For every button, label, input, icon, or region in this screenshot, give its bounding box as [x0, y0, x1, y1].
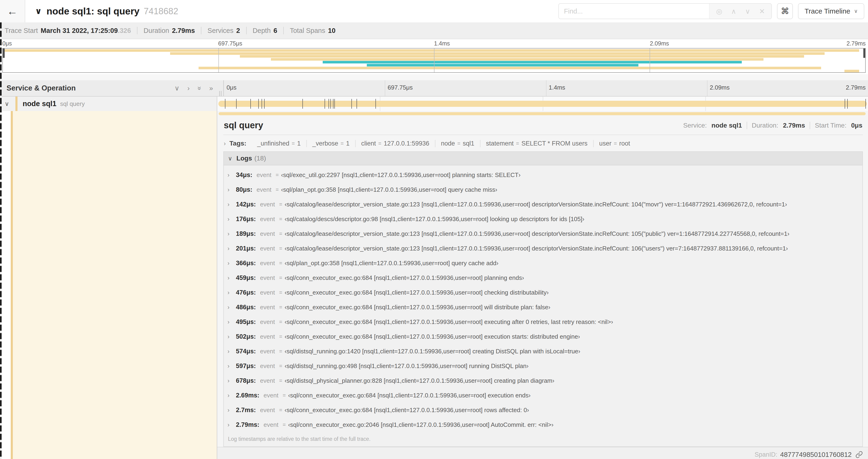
span-id-value: 4877749850101760812	[780, 451, 852, 459]
equals-sign: =	[279, 319, 282, 325]
log-field-value: ‹sql/exec_util.go:2297 [nsql1,client=127…	[281, 171, 521, 179]
detail-span-accent-bar	[219, 112, 866, 115]
log-entry-row[interactable]: › 574μs: event = ‹sql/distsql_running.go…	[224, 344, 862, 359]
clear-search-icon[interactable]: ✕	[759, 7, 765, 15]
log-entry-row[interactable]: › 597μs: event = ‹sql/distsql_running.go…	[224, 359, 862, 373]
services-label: Services	[208, 27, 233, 35]
log-entry-row[interactable]: › 476μs: event = ‹sql/conn_executor_exec…	[224, 285, 862, 300]
log-timestamp: 502μs:	[236, 333, 256, 340]
log-field-key: event	[264, 421, 279, 428]
duration-value: 2.79ms	[783, 122, 805, 129]
equals-sign: =	[457, 140, 460, 147]
log-marker-tick	[236, 99, 237, 109]
chevron-right-icon: ›	[227, 186, 234, 193]
collapse-children-chevron-icon[interactable]: ∨	[5, 100, 12, 107]
divider	[810, 122, 810, 129]
divider	[747, 122, 747, 129]
expand-collapse-controls: ∨ › » »	[175, 84, 223, 92]
logs-header[interactable]: ∨ Logs (18)	[224, 152, 862, 165]
tag-key: _verbose	[312, 140, 338, 147]
tag-item[interactable]: node = sql1	[435, 140, 480, 147]
locate-icon[interactable]: ◎	[716, 7, 722, 15]
next-result-icon[interactable]: ∨	[745, 7, 750, 15]
log-marker-tick	[261, 99, 262, 109]
log-entry-row[interactable]: › 176μs: event = ‹sql/catalog/descs/desc…	[224, 212, 862, 226]
log-timestamp: 189μs:	[236, 230, 256, 237]
log-entry-row[interactable]: › 142μs: event = ‹sql/catalog/lease/desc…	[224, 197, 862, 212]
tag-item[interactable]: _unfinished = 1	[251, 140, 307, 147]
tag-item[interactable]: _verbose = 1	[307, 140, 356, 147]
tag-item[interactable]: statement = SELECT * FROM users	[480, 140, 594, 147]
log-entry-row[interactable]: › 366μs: event = ‹sql/plan_opt.go:358 [n…	[224, 256, 862, 270]
log-entry-row[interactable]: › 678μs: event = ‹sql/distsql_physical_p…	[224, 373, 862, 388]
log-field-value: ‹sql/conn_executor_exec.go:684 [nsql1,cl…	[285, 289, 549, 296]
log-entry-row[interactable]: › 2.7ms: event = ‹sql/conn_executor_exec…	[224, 403, 862, 418]
detail-left-highlight	[13, 111, 217, 459]
span-duration-bar[interactable]	[218, 101, 867, 107]
tag-item[interactable]: user = root	[594, 140, 636, 147]
collapse-deep-icon[interactable]: »	[195, 86, 203, 90]
chevron-right-icon: ›	[227, 363, 234, 369]
log-marker-tick	[375, 99, 376, 109]
log-timestamp: 2.7ms:	[236, 406, 256, 414]
log-entry-row[interactable]: › 502μs: event = ‹sql/conn_executor_exec…	[224, 329, 862, 344]
expand-all-icon[interactable]: »	[209, 85, 213, 92]
log-field-key: event	[260, 333, 275, 340]
tag-item[interactable]: client = 127.0.0.1:59936	[355, 140, 435, 147]
chevron-right-icon: ›	[227, 260, 234, 267]
column-resizer-grip[interactable]	[219, 91, 221, 96]
log-marker-tick	[333, 99, 334, 109]
expand-one-icon[interactable]: ›	[187, 85, 190, 92]
deep-link-icon[interactable]	[856, 451, 863, 458]
log-entry-row[interactable]: › 486μs: event = ‹sql/conn_executor_exec…	[224, 300, 862, 315]
view-options-button[interactable]: Trace Timeline ∨	[798, 3, 864, 19]
log-field-value: ‹sql/plan_opt.go:358 [nsql1,client=127.0…	[281, 186, 497, 193]
span-timeline-cell[interactable]	[217, 97, 868, 111]
service-value: node sql1	[711, 122, 742, 129]
log-field-value: ‹sql/catalog/descs/descriptor.go:98 [nsq…	[285, 216, 585, 223]
log-entry-row[interactable]: › 2.69ms: event = ‹sql/conn_executor_exe…	[224, 388, 862, 403]
log-field-value: ‹sql/distsql_running.go:498 [nsql1,clien…	[285, 362, 528, 370]
equals-sign: =	[279, 407, 282, 413]
minimap-time-labels: 0μs 697.75μs 1.4ms 2.09ms 2.79ms	[2, 40, 866, 47]
log-field-value: ‹sql/catalog/lease/descriptor_version_st…	[285, 201, 787, 208]
tag-key: _unfinished	[257, 140, 289, 147]
chevron-right-icon: ›	[227, 245, 234, 252]
detail-left-column	[0, 111, 217, 459]
minimap-span-bar	[844, 70, 859, 72]
log-field-value: ‹sql/conn_executor_exec.go:684 [nsql1,cl…	[285, 274, 524, 282]
chevron-right-icon: ›	[227, 333, 234, 340]
collapse-all-icon[interactable]: ∨	[175, 84, 180, 92]
tags-row[interactable]: › Tags: _unfinished = 1 _verbose = 1 cli…	[223, 135, 863, 151]
log-timestamp: 2.69ms:	[236, 392, 259, 399]
trace-start-value: March 31 2022, 17:25:09.326	[40, 27, 131, 35]
keyboard-shortcuts-button[interactable]: ⌘	[777, 3, 793, 19]
chevron-right-icon: ›	[227, 348, 234, 355]
span-color-accent	[16, 97, 18, 111]
span-detail-meta: Service: node sql1 Duration: 2.79ms Star…	[683, 122, 862, 129]
minimap-canvas[interactable]	[2, 48, 866, 73]
chevron-right-icon: ›	[227, 392, 234, 399]
log-entry-row[interactable]: › 189μs: event = ‹sql/catalog/lease/desc…	[224, 226, 862, 241]
span-name-cell[interactable]: ∨ node sql1 sql query	[0, 97, 217, 111]
tag-value: 1	[297, 140, 301, 147]
log-timestamp: 34μs:	[236, 171, 252, 179]
span-row[interactable]: ∨ node sql1 sql query	[0, 97, 868, 111]
log-field-key: event	[264, 392, 279, 399]
prev-result-icon[interactable]: ∧	[731, 7, 736, 15]
log-entry-row[interactable]: › 495μs: event = ‹sql/conn_executor_exec…	[224, 315, 862, 329]
span-detail-header: sql query Service: node sql1 Duration: 2…	[223, 117, 863, 135]
log-entry-row[interactable]: › 201μs: event = ‹sql/catalog/lease/desc…	[224, 241, 862, 256]
log-entry-row[interactable]: › 80μs: event = ‹sql/plan_opt.go:358 [ns…	[224, 183, 862, 197]
ruler-gridline	[546, 80, 547, 96]
collapse-trace-chevron-icon[interactable]: ∨	[35, 6, 42, 16]
log-timestamp: 366μs:	[236, 260, 256, 267]
log-entry-row[interactable]: › 459μs: event = ‹sql/conn_executor_exec…	[224, 270, 862, 285]
log-entry-row[interactable]: › 2.79ms: event = ‹sql/conn_executor_exe…	[224, 418, 862, 432]
trace-timeline-page: ← ∨ node sql1: sql query 7418682 ◎ ∧ ∨ ✕…	[0, 0, 868, 459]
find-input[interactable]	[559, 4, 709, 19]
log-entry-row[interactable]: › 34μs: event = ‹sql/exec_util.go:2297 […	[224, 168, 862, 183]
viewport-scrubber-right[interactable]	[863, 48, 865, 58]
back-button[interactable]: ←	[0, 0, 25, 22]
viewport-scrubber-left[interactable]	[3, 48, 5, 58]
